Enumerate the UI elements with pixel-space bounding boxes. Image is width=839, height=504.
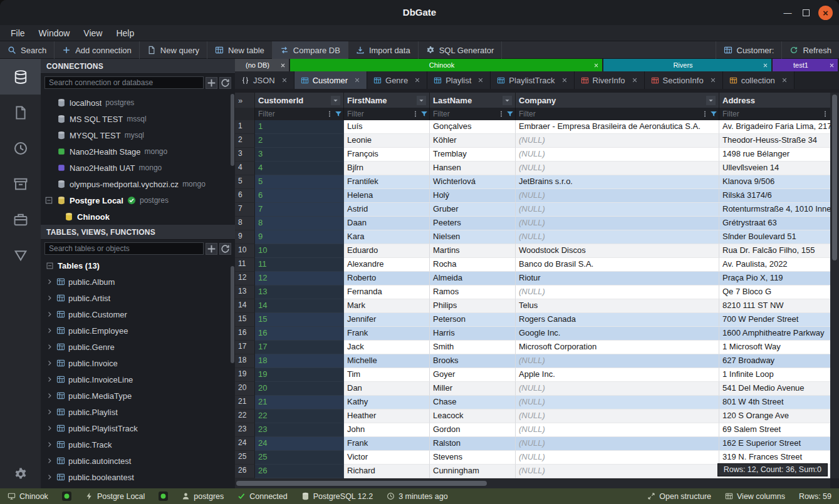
cell-customerid[interactable]: 19 bbox=[255, 368, 344, 382]
cell-company[interactable]: Banco do Brasil S.A. bbox=[516, 258, 719, 272]
filter-input-customerid[interactable] bbox=[256, 110, 325, 118]
sidebar-filters-button[interactable] bbox=[0, 237, 41, 273]
table-item-public-album[interactable]: public.Album bbox=[41, 274, 235, 290]
cell-lastname[interactable]: Martins bbox=[430, 244, 516, 258]
cell-customerid[interactable]: 15 bbox=[255, 313, 344, 327]
cell-lastname[interactable]: Tremblay bbox=[430, 148, 516, 162]
cell-address[interactable]: 162 E Superior Street bbox=[719, 437, 839, 451]
filter-funnel-icon[interactable] bbox=[710, 110, 717, 118]
chevron-right-icon[interactable] bbox=[46, 327, 53, 334]
column-header-address[interactable]: Address bbox=[719, 93, 839, 108]
row-number[interactable]: 17 bbox=[235, 341, 255, 354]
table-item-public-mediatype[interactable]: public.MediaType bbox=[41, 388, 235, 404]
close-icon[interactable] bbox=[354, 77, 360, 83]
row-number[interactable]: 20 bbox=[235, 382, 255, 396]
cell-company[interactable]: (NULL) bbox=[516, 148, 719, 162]
tab-collection[interactable]: collection bbox=[723, 71, 795, 89]
cell-address[interactable]: 801 W 4th Street bbox=[719, 396, 839, 409]
chevron-right-icon[interactable] bbox=[46, 294, 53, 302]
filter-input-address[interactable] bbox=[721, 110, 820, 118]
cell-address[interactable]: 1 Microsoft Way bbox=[719, 341, 839, 354]
status-view-columns[interactable]: View columns bbox=[725, 492, 785, 501]
column-menu-button[interactable] bbox=[417, 96, 426, 105]
row-number[interactable]: 18 bbox=[235, 354, 255, 368]
cell-company[interactable]: (NULL) bbox=[516, 203, 719, 217]
cell-firstname[interactable]: Alexandre bbox=[344, 258, 430, 272]
cell-company[interactable]: (NULL) bbox=[516, 285, 719, 299]
row-number[interactable]: 22 bbox=[235, 409, 255, 423]
cell-address[interactable]: Av. Brigadeiro Faria Lima, 2170 bbox=[719, 120, 839, 134]
cell-company[interactable]: (NULL) bbox=[516, 437, 719, 451]
row-number[interactable]: 26 bbox=[235, 465, 255, 478]
tab-riverinfo[interactable]: RiverInfo bbox=[575, 71, 645, 89]
connection-item-mysql-test[interactable]: MYSQL TESTmysql bbox=[41, 127, 235, 143]
cell-address[interactable]: 1 Infinite Loop bbox=[719, 368, 839, 382]
cell-customerid[interactable]: 9 bbox=[255, 230, 344, 244]
connection-item-chinook[interactable]: Chinook bbox=[41, 208, 235, 225]
cell-customerid[interactable]: 14 bbox=[255, 299, 344, 313]
cell-lastname[interactable]: Wichterlová bbox=[430, 175, 516, 189]
filter-funnel-icon[interactable] bbox=[506, 110, 514, 118]
filter-menu-icon[interactable] bbox=[498, 110, 505, 118]
row-number[interactable]: 11 bbox=[235, 258, 255, 272]
cell-address[interactable]: 700 W Pender Street bbox=[719, 313, 839, 327]
cell-firstname[interactable]: John bbox=[344, 423, 430, 437]
toolbar-sql-generator-button[interactable]: SQL Generator bbox=[419, 41, 503, 59]
sidebar-files-button[interactable] bbox=[0, 95, 41, 130]
cell-customerid[interactable]: 23 bbox=[255, 423, 344, 437]
cell-lastname[interactable]: Goyer bbox=[430, 368, 516, 382]
close-icon[interactable] bbox=[829, 63, 835, 68]
filter-menu-icon[interactable] bbox=[821, 110, 829, 118]
cell-address[interactable]: 1600 Amphitheatre Parkway bbox=[719, 327, 839, 341]
cell-company[interactable]: Woodstock Discos bbox=[516, 244, 719, 258]
row-number[interactable]: 9 bbox=[235, 230, 255, 244]
cell-customerid[interactable]: 1 bbox=[255, 120, 344, 134]
cell-lastname[interactable]: Leacock bbox=[430, 409, 516, 423]
cell-customerid[interactable]: 25 bbox=[255, 451, 344, 465]
cell-lastname[interactable]: Peterson bbox=[430, 313, 516, 327]
cell-firstname[interactable]: Bjſrn bbox=[344, 162, 430, 175]
cell-address[interactable]: Praça Pio X, 119 bbox=[719, 272, 839, 285]
cell-customerid[interactable]: 2 bbox=[255, 134, 344, 148]
cell-customerid[interactable]: 26 bbox=[255, 465, 344, 478]
filter-menu-icon[interactable] bbox=[701, 110, 709, 118]
dbgroup-tab-rivers[interactable]: Rivers bbox=[603, 59, 771, 71]
cell-firstname[interactable]: Jennifer bbox=[344, 313, 430, 327]
column-header-customerid[interactable]: CustomerId bbox=[255, 93, 344, 108]
cell-firstname[interactable]: François bbox=[344, 148, 430, 162]
close-icon[interactable] bbox=[593, 63, 599, 68]
toolbar-search-button[interactable]: Search bbox=[0, 41, 55, 59]
cell-company[interactable]: (NULL) bbox=[516, 189, 719, 203]
cell-customerid[interactable]: 5 bbox=[255, 175, 344, 189]
cell-customerid[interactable]: 11 bbox=[255, 258, 344, 272]
column-header-firstname[interactable]: FirstName bbox=[344, 93, 430, 108]
cell-company[interactable]: Microsoft Corporation bbox=[516, 341, 719, 354]
cell-company[interactable]: Telus bbox=[516, 299, 719, 313]
cell-firstname[interactable]: Daan bbox=[344, 217, 430, 230]
connection-item-nano2health-uat[interactable]: Nano2Health UATmongo bbox=[41, 160, 235, 176]
table-item-public-playlisttrack[interactable]: public.PlaylistTrack bbox=[41, 420, 235, 436]
connections-scrollbar-thumb[interactable] bbox=[231, 94, 234, 166]
sidebar-settings-button[interactable] bbox=[14, 467, 28, 483]
row-number[interactable]: 6 bbox=[235, 189, 255, 203]
cell-firstname[interactable]: Frank bbox=[344, 437, 430, 451]
connection-item-nano2health-stage[interactable]: Nano2Health Stagemongo bbox=[41, 143, 235, 160]
tab-genre[interactable]: Genre bbox=[367, 71, 427, 89]
table-item-public-employee[interactable]: public.Employee bbox=[41, 322, 235, 339]
close-icon[interactable] bbox=[281, 77, 288, 83]
cell-address[interactable]: Rilská 3174/6 bbox=[719, 189, 839, 203]
cell-company[interactable]: (NULL) bbox=[516, 230, 719, 244]
row-number[interactable]: 7 bbox=[235, 203, 255, 217]
cell-firstname[interactable]: Jack bbox=[344, 341, 430, 354]
column-menu-button[interactable] bbox=[503, 96, 512, 105]
row-number[interactable]: 25 bbox=[235, 451, 255, 465]
row-number[interactable]: 8 bbox=[235, 217, 255, 230]
column-menu-button[interactable] bbox=[331, 96, 340, 105]
cell-company[interactable]: (NULL) bbox=[516, 409, 719, 423]
cell-address[interactable]: Ullevſlsveien 14 bbox=[719, 162, 839, 175]
cell-customerid[interactable]: 12 bbox=[255, 272, 344, 285]
filter-menu-icon[interactable] bbox=[412, 110, 419, 118]
cell-company[interactable]: (NULL) bbox=[516, 382, 719, 396]
column-menu-button[interactable] bbox=[706, 96, 716, 105]
cell-firstname[interactable]: Frank bbox=[344, 327, 430, 341]
